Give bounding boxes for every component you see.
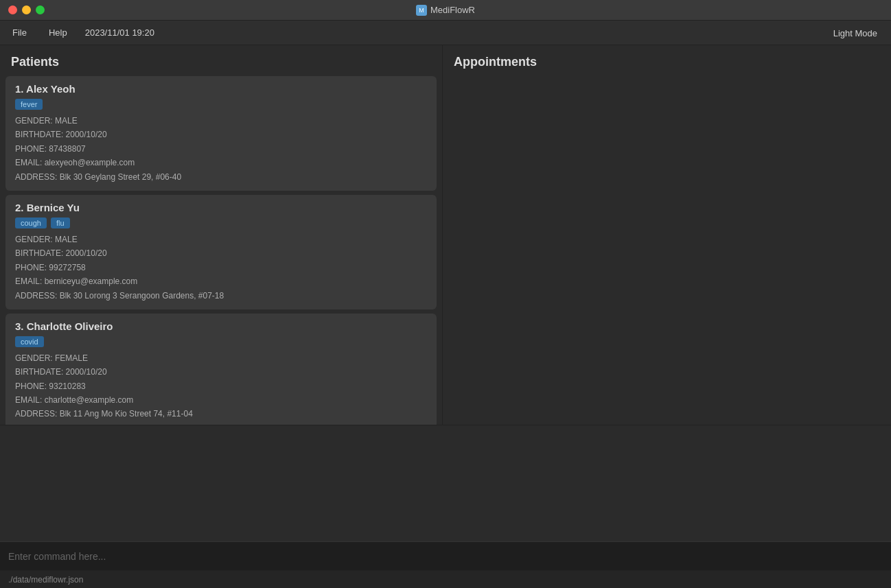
app-title-group: M MediFlowR [416,5,475,16]
command-input[interactable] [8,551,883,562]
patient-info: GENDER: MALEBIRTHDATE: 2000/10/20PHONE: … [15,233,427,303]
patient-info-line: EMAIL: berniceyu@example.com [15,274,427,288]
appointments-header: Appointments [443,45,891,76]
patient-info: GENDER: FEMALEBIRTHDATE: 2000/10/20PHONE… [15,351,427,421]
patient-tag: flu [51,217,70,228]
patient-info-line: ADDRESS: Blk 11 Ang Mo Kio Street 74, #1… [15,407,427,421]
light-mode-button[interactable]: Light Mode [828,25,883,41]
patient-info-line: GENDER: MALE [15,233,427,246]
patients-header: Patients [0,45,442,76]
patient-info-line: ADDRESS: Blk 30 Lorong 3 Serangoon Garde… [15,289,427,303]
patient-info-line: PHONE: 99272758 [15,261,427,274]
patient-info-line: BIRTHDATE: 2000/10/20 [15,128,427,141]
appointments-panel: Appointments [443,45,891,425]
bottom-section [0,425,891,541]
patient-card[interactable]: 3. Charlotte OliveirocovidGENDER: FEMALE… [5,314,437,425]
patient-name: 1. Alex Yeoh [15,83,427,95]
menu-bar: File Help 2023/11/01 19:20 Light Mode [0,21,891,45]
patient-info-line: PHONE: 93210283 [15,379,427,393]
patient-info-line: ADDRESS: Blk 30 Geylang Street 29, #06-4… [15,170,427,184]
patient-tags: coughflu [15,217,427,228]
patients-panel: Patients 1. Alex YeohfeverGENDER: MALEBI… [0,45,443,425]
traffic-lights [8,5,45,14]
patient-info-line: GENDER: MALE [15,114,427,128]
help-menu[interactable]: Help [45,25,71,40]
datetime-display: 2023/11/01 19:20 [85,27,154,38]
maximize-button[interactable] [36,5,45,14]
file-menu[interactable]: File [8,25,31,40]
patient-info-line: EMAIL: charlotte@example.com [15,393,427,407]
patient-tag: fever [15,99,43,110]
patient-name: 3. Charlotte Oliveiro [15,320,427,332]
patient-info-line: EMAIL: alexyeoh@example.com [15,156,427,169]
minimize-button[interactable] [22,5,31,14]
patient-tag: covid [15,336,44,347]
close-button[interactable] [8,5,17,14]
patient-info-line: BIRTHDATE: 2000/10/20 [15,246,427,260]
status-path: ./data/mediflowr.json [8,575,83,585]
status-bar: ./data/mediflowr.json [0,570,891,588]
patient-tags: covid [15,336,427,347]
patient-tags: fever [15,99,427,110]
patients-list[interactable]: 1. Alex YeohfeverGENDER: MALEBIRTHDATE: … [0,76,442,425]
patient-info: GENDER: MALEBIRTHDATE: 2000/10/20PHONE: … [15,114,427,184]
main-content: Patients 1. Alex YeohfeverGENDER: MALEBI… [0,45,891,425]
patient-tag: cough [15,217,47,228]
title-bar: M MediFlowR [0,0,891,21]
app-title: MediFlowR [430,5,475,15]
patient-card[interactable]: 2. Bernice YucoughfluGENDER: MALEBIRTHDA… [5,195,437,309]
patient-info-line: GENDER: FEMALE [15,351,427,365]
menu-bar-right: Light Mode [828,27,883,39]
patient-name: 2. Bernice Yu [15,202,427,213]
patient-card[interactable]: 1. Alex YeohfeverGENDER: MALEBIRTHDATE: … [5,76,437,191]
command-bar [0,541,891,570]
app-icon: M [416,5,427,16]
patient-info-line: PHONE: 87438807 [15,142,427,156]
patient-info-line: BIRTHDATE: 2000/10/20 [15,365,427,379]
